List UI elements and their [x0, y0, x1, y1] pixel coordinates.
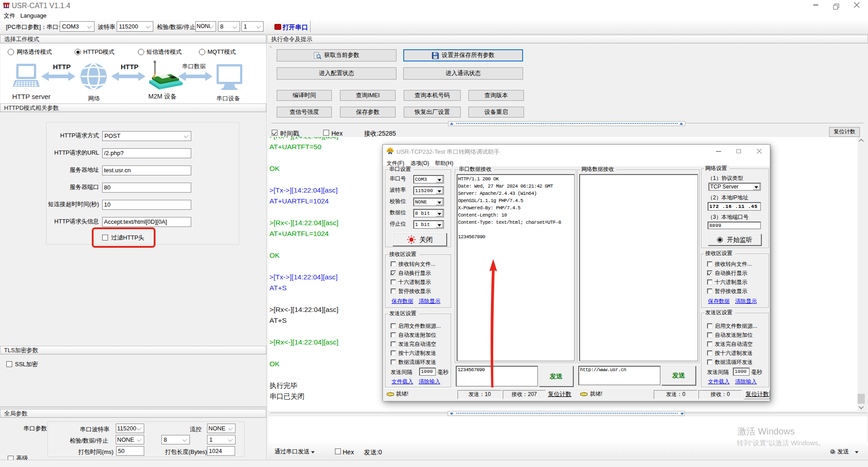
svg-text:HTTP: HTTP [121, 63, 138, 71]
svg-text:HTTP: HTTP [53, 63, 71, 71]
